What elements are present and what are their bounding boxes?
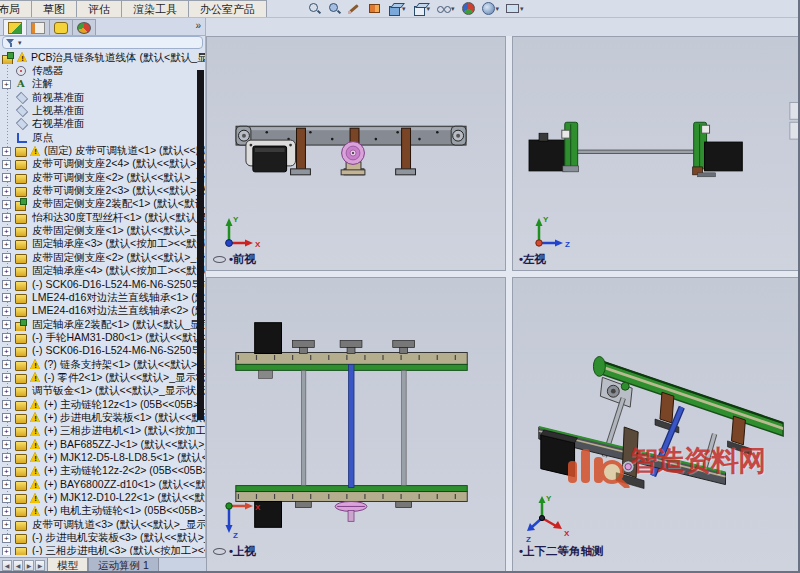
expand-toggle-icon[interactable]: + <box>2 187 11 196</box>
expand-toggle-icon[interactable]: + <box>2 173 11 182</box>
tree-item[interactable]: + 皮带可调侧支座2<3> (默认<<默认>_外观 显示 <box>0 184 205 197</box>
tree-item[interactable]: + 固定轴承座<4> (默认<按加工><<默认>_显示 <box>0 265 205 278</box>
expand-toggle-icon[interactable]: + <box>2 347 11 356</box>
expand-toggle-icon[interactable]: + <box>2 333 11 342</box>
tree-item[interactable]: + (固定) 皮带可调轨道<1> (默认<<默认>_显 <box>0 144 205 157</box>
edit-appearance-icon[interactable]: ▾ <box>462 1 475 16</box>
viewport-front[interactable]: Y X •前视 <box>206 36 506 271</box>
tree-item[interactable]: + (?) 链条支持架<1> (默认<<默认>_显示状态 <box>0 358 205 371</box>
tree-item[interactable]: 上视基准面 <box>0 104 205 117</box>
expand-toggle-icon[interactable]: + <box>2 200 11 209</box>
tree-item[interactable]: + (+) 三相步进电机<1> (默认<按加工><<默 <box>0 425 205 438</box>
command-tab[interactable]: 草图 <box>31 0 77 17</box>
expand-toggle-icon[interactable]: + <box>2 520 11 529</box>
panel-overflow-chevrons-icon[interactable]: » <box>195 20 201 31</box>
expand-toggle-icon[interactable]: + <box>2 227 11 236</box>
expand-toggle-icon[interactable]: + <box>2 80 11 89</box>
featuremanager-tab[interactable] <box>3 19 27 35</box>
tree-item[interactable]: + (+) 主动链轮12z<1> (05B<<05B>_显示状 <box>0 398 205 411</box>
expand-toggle-icon[interactable]: + <box>2 480 11 489</box>
tree-item[interactable]: + (+) BAF685ZZ-J<1> (默认<<默认>_显示状 <box>0 438 205 451</box>
tab-scroll-button[interactable]: ▶ <box>24 560 34 571</box>
tree-item[interactable]: + 皮带固定侧支座<2> (默认<<默认>_外观 显示 <box>0 251 205 264</box>
configurationmanager-tab[interactable] <box>49 19 73 35</box>
tree-item[interactable]: + (-) 步进电机安装板<3> (默认<<默认>_显示状 <box>0 531 205 544</box>
tree-item[interactable]: + (+) 主动链轮12z-2<2> (05B<<05B>_显示 <box>0 465 205 478</box>
tree-item[interactable]: + 皮带可调侧支座2<4> (默认<<默认>_外观 显示 <box>0 158 205 171</box>
tree-item[interactable]: + (-) 零件2<1> (默认<<默认>_显示状态 1>) <box>0 371 205 384</box>
expand-toggle-icon[interactable]: + <box>2 160 11 169</box>
expand-toggle-icon[interactable]: + <box>2 307 11 316</box>
expand-toggle-icon[interactable]: + <box>2 253 11 262</box>
expand-toggle-icon[interactable]: + <box>2 547 11 555</box>
tree-item[interactable]: + (+) BAY6800ZZ-d10<1> (默认<<默认>_显 <box>0 478 205 491</box>
tree-item[interactable]: + 固定轴承座<3> (默认<按加工><<默认>_显示 <box>0 238 205 251</box>
tree-item[interactable]: + (+) 电机主动链轮<1> (05B<<05B>_显示 <box>0 505 205 518</box>
zoom-to-fit-icon[interactable]: ▾ <box>308 1 321 16</box>
tree-item[interactable]: 原点 <box>0 131 205 144</box>
command-tab[interactable]: 渲染工具 <box>121 0 189 17</box>
expand-toggle-icon[interactable]: + <box>2 413 11 422</box>
tree-item[interactable]: + (+) MJK12-D10-L22<1> (默认<<默认>_显 <box>0 491 205 504</box>
tree-item[interactable]: PCB治具链条轨道线体 (默认<默认_显示状态-1 <box>0 51 205 64</box>
tree-item[interactable]: + (+) 步进电机安装板<1> (默认<<默认>_显 <box>0 411 205 424</box>
viewport-left[interactable]: Y Z •左视 <box>512 36 800 271</box>
viewport-isometric[interactable]: Y X Z •上下二等角轴测 <box>512 277 800 573</box>
tree-item[interactable]: + (-) SCK06-D16-L524-M6-N6-S250导向轴<2> <box>0 345 205 358</box>
expand-toggle-icon[interactable]: + <box>2 293 11 302</box>
displaymanager-tab[interactable] <box>72 19 96 35</box>
hide-show-items-icon[interactable]: ▾ <box>437 1 455 16</box>
expand-toggle-icon[interactable]: + <box>2 213 11 222</box>
view-settings-icon[interactable]: ▾ <box>506 1 524 16</box>
tree-item[interactable]: + 调节钣金<1> (默认<<默认>_显示状态 1>) <box>0 385 205 398</box>
zoom-to-area-icon[interactable]: ▾ <box>328 1 341 16</box>
tab-scroll-button[interactable]: ▶ <box>35 560 45 571</box>
tree-item[interactable]: + 固定轴承座2装配<1> (默认<默认_显示状态-1 <box>0 318 205 331</box>
tree-item[interactable]: + LME24-d16对边法兰直线轴承<2> (默认<<默 <box>0 305 205 318</box>
tree-item[interactable]: 传感器 <box>0 64 205 77</box>
display-style-icon[interactable]: ▾ <box>413 1 431 16</box>
expand-toggle-icon[interactable]: + <box>2 280 11 289</box>
tree-item[interactable]: 前视基准面 <box>0 91 205 104</box>
tree-item[interactable]: + 皮带可调轨道<3> (默认<<默认>_显示状态 1> <box>0 518 205 531</box>
command-tab[interactable]: 办公室产品 <box>188 0 267 17</box>
tree-item[interactable]: + (-) 手轮HAM31-D80<1> (默认<<默认>_显示 <box>0 331 205 344</box>
tree-item[interactable]: + 注解 <box>0 78 205 91</box>
tab-scroll-button[interactable]: ◀ <box>13 560 23 571</box>
command-tab[interactable]: 评估 <box>76 0 122 17</box>
tree-item[interactable]: + 皮带固定侧支座<1> (默认<<默认>_外观 显示 <box>0 224 205 237</box>
expand-toggle-icon[interactable]: + <box>2 240 11 249</box>
section-view-icon[interactable]: ▾ <box>368 1 381 16</box>
expand-toggle-icon[interactable]: + <box>2 427 11 436</box>
tree-scrollbar[interactable] <box>197 70 204 420</box>
apply-scene-icon[interactable]: ▾ <box>482 1 500 16</box>
view-orientation-icon[interactable]: ▾ <box>388 1 406 16</box>
tree-item[interactable]: + 怡和达30度T型丝杆<1> (默认<默认_显示状态 <box>0 211 205 224</box>
sheet-tab[interactable]: 运动算例 1 <box>88 558 159 573</box>
expand-toggle-icon[interactable]: + <box>2 494 11 503</box>
expand-toggle-icon[interactable]: + <box>2 387 11 396</box>
viewport-handle-icon[interactable] <box>213 256 226 263</box>
expand-toggle-icon[interactable]: + <box>2 507 11 516</box>
expand-toggle-icon[interactable]: + <box>2 467 11 476</box>
tree-item[interactable]: + (-) 三相步进电机<3> (默认<按加工><<默认> <box>0 545 205 555</box>
tab-scroll-button[interactable]: ◀ <box>2 560 12 571</box>
tree-item[interactable]: + 皮带可调侧支座<2> (默认<<默认>_外观 显示 <box>0 171 205 184</box>
expand-toggle-icon[interactable]: + <box>2 267 11 276</box>
tree-item[interactable]: + LME24-d16对边法兰直线轴承<1> (默认<<默 <box>0 291 205 304</box>
expand-toggle-icon[interactable]: + <box>2 373 11 382</box>
expand-toggle-icon[interactable]: + <box>2 440 11 449</box>
sheet-tab[interactable]: 模型 <box>47 558 88 573</box>
viewport-handle-icon[interactable] <box>213 548 226 555</box>
expand-toggle-icon[interactable]: + <box>2 320 11 329</box>
expand-toggle-icon[interactable]: + <box>2 400 11 409</box>
expand-toggle-icon[interactable]: + <box>2 360 11 369</box>
viewport-top[interactable]: X Z •上视 <box>206 277 506 573</box>
previous-view-icon[interactable]: ▾ <box>348 1 361 16</box>
command-tab[interactable]: 布局 <box>0 0 32 17</box>
tree-filter-input[interactable]: ▾ <box>2 36 203 49</box>
propertymanager-tab[interactable] <box>26 19 50 35</box>
expand-toggle-icon[interactable]: + <box>2 147 11 156</box>
tree-item[interactable]: + (-) SCK06-D16-L524-M6-N6-S250导向轴<1> <box>0 278 205 291</box>
tree-item[interactable]: 右视基准面 <box>0 118 205 131</box>
